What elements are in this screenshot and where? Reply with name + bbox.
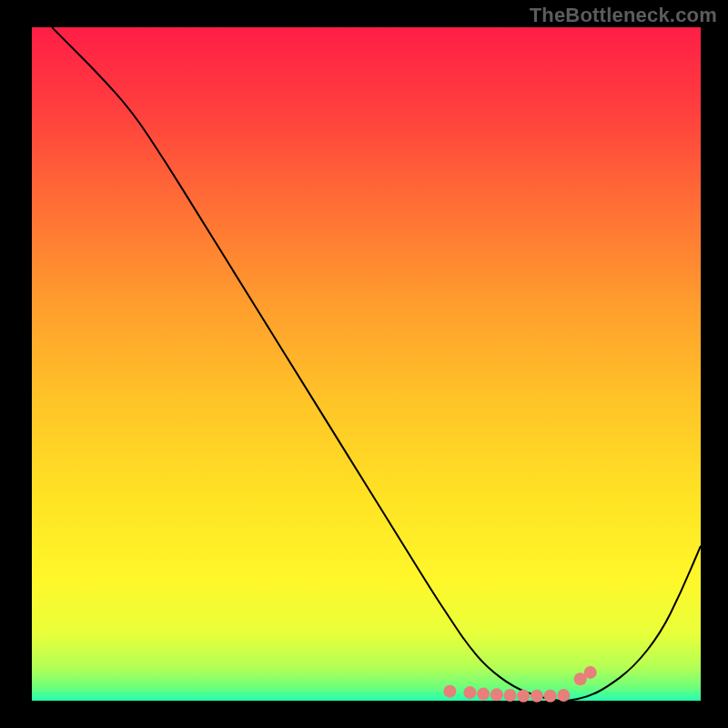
- bottleneck-chart: [0, 0, 728, 728]
- highlight-dot: [557, 689, 570, 702]
- highlight-dot: [504, 689, 517, 702]
- highlight-dot: [443, 685, 456, 698]
- highlight-dot: [477, 688, 490, 701]
- highlight-dot: [584, 666, 597, 679]
- highlight-dot: [463, 686, 476, 699]
- gradient-background: [32, 27, 701, 701]
- highlight-dot: [490, 688, 503, 701]
- highlight-dot: [517, 690, 530, 703]
- chart-container: TheBottleneck.com: [0, 0, 728, 728]
- attribution-label: TheBottleneck.com: [530, 4, 717, 27]
- highlight-dot: [544, 690, 557, 703]
- highlight-dot: [531, 690, 543, 703]
